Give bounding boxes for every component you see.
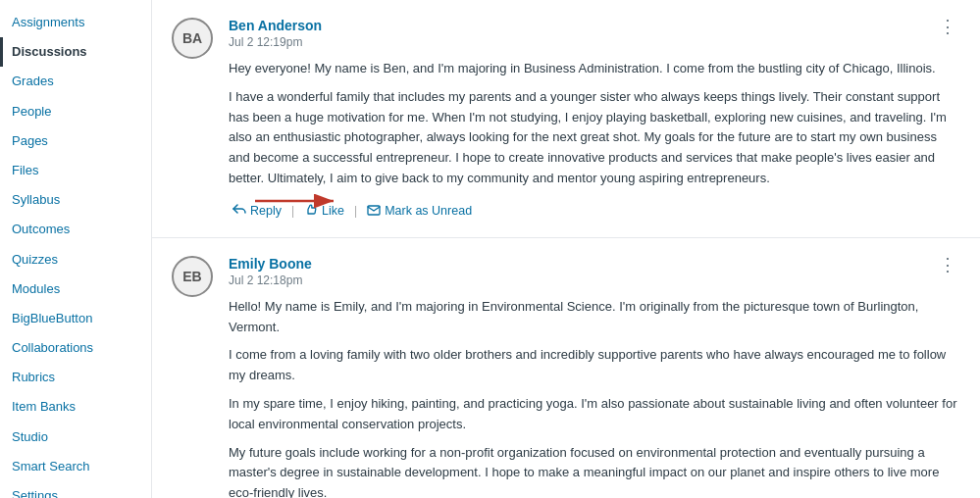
sidebar: AssignmentsDiscussionsGradesPeoplePagesF…: [0, 0, 152, 498]
post-paragraph: I have a wonderful family that includes …: [229, 87, 960, 189]
post-paragraph: Hello! My name is Emily, and I'm majorin…: [229, 297, 960, 338]
post-author-1: Ben Anderson: [229, 18, 322, 33]
reply-icon: [232, 204, 246, 219]
action-separator: |: [291, 204, 294, 218]
post-paragraph: I come from a loving family with two old…: [229, 345, 960, 386]
post-paragraph: In my spare time, I enjoy hiking, painti…: [229, 394, 960, 435]
post-body-2: Hello! My name is Emily, and I'm majorin…: [229, 297, 960, 498]
sidebar-item-rubrics[interactable]: Rubrics: [0, 363, 151, 392]
post-header-2: Emily BooneJul 2 12:18pm⋮: [229, 256, 960, 287]
action-like-1[interactable]: Like: [300, 201, 348, 222]
sidebar-item-item-banks[interactable]: Item Banks: [0, 392, 151, 422]
main-content: BABen AndersonJul 2 12:19pm⋮Hey everyone…: [152, 0, 980, 498]
action-label-reply: Reply: [250, 204, 282, 218]
sidebar-item-discussions[interactable]: Discussions: [0, 37, 151, 67]
sidebar-item-bigbluebutton[interactable]: BigBlueButton: [0, 304, 151, 333]
avatar-2: EB: [172, 256, 213, 297]
sidebar-item-smart-search[interactable]: Smart Search: [0, 452, 151, 481]
sidebar-item-pages[interactable]: Pages: [0, 126, 151, 156]
mail-icon: [367, 204, 381, 219]
post-body-1: Hey everyone! My name is Ben, and I'm ma…: [229, 59, 960, 189]
sidebar-item-files[interactable]: Files: [0, 156, 151, 185]
action-label-like: Like: [322, 204, 344, 218]
sidebar-item-outcomes[interactable]: Outcomes: [0, 215, 151, 244]
sidebar-item-studio[interactable]: Studio: [0, 423, 151, 452]
post-paragraph: Hey everyone! My name is Ben, and I'm ma…: [229, 59, 960, 79]
post-header-1: Ben AndersonJul 2 12:19pm⋮: [229, 18, 960, 49]
sidebar-item-modules[interactable]: Modules: [0, 274, 151, 304]
action-label-mail: Mark as Unread: [385, 204, 472, 218]
post-author-2: Emily Boone: [229, 256, 312, 272]
sidebar-item-quizzes[interactable]: Quizzes: [0, 245, 151, 274]
sidebar-item-grades[interactable]: Grades: [0, 67, 151, 96]
sidebar-item-syllabus[interactable]: Syllabus: [0, 185, 151, 215]
sidebar-item-collaborations[interactable]: Collaborations: [0, 333, 151, 363]
post-more-menu-2[interactable]: ⋮: [935, 256, 960, 274]
post-date-2: Jul 2 12:18pm: [229, 274, 312, 287]
sidebar-item-people[interactable]: People: [0, 97, 151, 126]
post-more-menu-1[interactable]: ⋮: [935, 18, 960, 35]
sidebar-item-assignments[interactable]: Assignments: [0, 8, 151, 37]
avatar-1: BA: [172, 18, 213, 59]
action-mail-1[interactable]: Mark as Unread: [363, 202, 476, 221]
action-separator: |: [354, 204, 357, 218]
post-content-1: Ben AndersonJul 2 12:19pm⋮Hey everyone! …: [229, 18, 960, 222]
post-2: EBEmily BooneJul 2 12:18pm⋮Hello! My nam…: [152, 238, 980, 498]
like-icon: [304, 203, 318, 220]
post-date-1: Jul 2 12:19pm: [229, 35, 322, 49]
post-actions-1: Reply|Like|Mark as Unread: [229, 201, 960, 222]
action-reply-1[interactable]: Reply: [229, 202, 285, 221]
post-1: BABen AndersonJul 2 12:19pm⋮Hey everyone…: [152, 0, 980, 238]
sidebar-item-settings[interactable]: Settings: [0, 481, 151, 498]
post-paragraph: My future goals include working for a no…: [229, 443, 960, 498]
post-content-2: Emily BooneJul 2 12:18pm⋮Hello! My name …: [229, 256, 960, 498]
